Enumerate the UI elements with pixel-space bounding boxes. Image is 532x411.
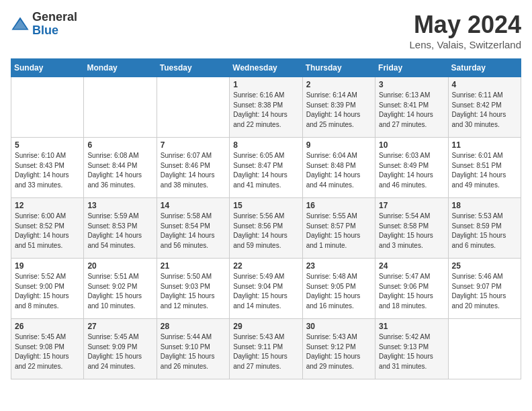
day-info: Sunrise: 5:46 AM Sunset: 9:07 PM Dayligh… [452, 272, 517, 311]
day-cell: 10Sunrise: 6:03 AM Sunset: 8:49 PM Dayli… [375, 138, 448, 198]
day-cell: 27Sunrise: 5:45 AM Sunset: 9:09 PM Dayli… [84, 319, 157, 379]
day-cell: 19Sunrise: 5:52 AM Sunset: 9:00 PM Dayli… [11, 259, 84, 319]
day-cell: 24Sunrise: 5:47 AM Sunset: 9:06 PM Dayli… [375, 259, 448, 319]
day-number: 28 [161, 322, 226, 331]
day-number: 13 [87, 201, 152, 210]
week-row-3: 12Sunrise: 6:00 AM Sunset: 8:52 PM Dayli… [11, 198, 521, 259]
day-info: Sunrise: 6:10 AM Sunset: 8:43 PM Dayligh… [15, 151, 80, 190]
day-info: Sunrise: 5:51 AM Sunset: 9:02 PM Dayligh… [87, 272, 152, 311]
day-number: 16 [306, 201, 371, 210]
day-cell [11, 77, 84, 138]
day-number: 6 [87, 140, 152, 150]
day-info: Sunrise: 6:00 AM Sunset: 8:52 PM Dayligh… [15, 212, 80, 250]
logo: General Blue [11, 11, 77, 38]
day-number: 21 [161, 261, 226, 271]
day-info: Sunrise: 5:47 AM Sunset: 9:06 PM Dayligh… [379, 272, 444, 311]
day-number: 27 [87, 322, 152, 331]
day-number: 10 [379, 140, 444, 150]
day-info: Sunrise: 6:08 AM Sunset: 8:44 PM Dayligh… [87, 151, 152, 190]
day-info: Sunrise: 5:52 AM Sunset: 9:00 PM Dayligh… [15, 272, 80, 311]
day-info: Sunrise: 5:56 AM Sunset: 8:56 PM Dayligh… [233, 212, 298, 250]
logo-icon [11, 15, 30, 34]
day-info: Sunrise: 5:43 AM Sunset: 9:12 PM Dayligh… [306, 332, 371, 371]
day-cell: 20Sunrise: 5:51 AM Sunset: 9:02 PM Dayli… [84, 259, 157, 319]
day-info: Sunrise: 5:42 AM Sunset: 9:13 PM Dayligh… [379, 332, 444, 371]
week-row-2: 5Sunrise: 6:10 AM Sunset: 8:43 PM Daylig… [11, 138, 521, 198]
day-number: 30 [306, 322, 371, 331]
day-cell: 14Sunrise: 5:58 AM Sunset: 8:54 PM Dayli… [157, 198, 229, 259]
day-info: Sunrise: 5:50 AM Sunset: 9:03 PM Dayligh… [161, 272, 226, 311]
day-cell [157, 77, 229, 138]
day-cell: 16Sunrise: 5:55 AM Sunset: 8:57 PM Dayli… [302, 198, 375, 259]
day-number: 7 [161, 140, 226, 150]
header-wednesday: Wednesday [230, 59, 302, 77]
week-row-1: 1Sunrise: 6:16 AM Sunset: 8:38 PM Daylig… [11, 77, 521, 138]
day-info: Sunrise: 5:45 AM Sunset: 9:08 PM Dayligh… [15, 332, 80, 371]
day-info: Sunrise: 6:13 AM Sunset: 8:41 PM Dayligh… [379, 91, 444, 130]
day-info: Sunrise: 6:16 AM Sunset: 8:38 PM Dayligh… [233, 91, 298, 130]
day-info: Sunrise: 5:55 AM Sunset: 8:57 PM Dayligh… [306, 212, 371, 250]
day-cell: 5Sunrise: 6:10 AM Sunset: 8:43 PM Daylig… [11, 138, 84, 198]
day-info: Sunrise: 6:11 AM Sunset: 8:42 PM Dayligh… [452, 91, 517, 130]
day-info: Sunrise: 6:05 AM Sunset: 8:47 PM Dayligh… [233, 151, 298, 190]
day-cell: 8Sunrise: 6:05 AM Sunset: 8:47 PM Daylig… [230, 138, 302, 198]
header-monday: Monday [84, 59, 157, 77]
header-sunday: Sunday [11, 59, 84, 77]
day-number: 5 [15, 140, 80, 150]
logo-blue: Blue [32, 24, 77, 38]
day-cell [84, 77, 157, 138]
day-cell: 29Sunrise: 5:43 AM Sunset: 9:11 PM Dayli… [230, 319, 302, 379]
day-number: 26 [15, 322, 80, 331]
day-cell: 13Sunrise: 5:59 AM Sunset: 8:53 PM Dayli… [84, 198, 157, 259]
day-number: 29 [233, 322, 298, 331]
logo-general: General [32, 11, 77, 24]
day-info: Sunrise: 5:45 AM Sunset: 9:09 PM Dayligh… [87, 332, 152, 371]
day-info: Sunrise: 6:04 AM Sunset: 8:48 PM Dayligh… [306, 151, 371, 190]
day-info: Sunrise: 6:07 AM Sunset: 8:46 PM Dayligh… [161, 151, 226, 190]
title-block: May 2024 Lens, Valais, Switzerland [410, 11, 521, 50]
day-number: 12 [15, 201, 80, 210]
day-info: Sunrise: 5:49 AM Sunset: 9:04 PM Dayligh… [233, 272, 298, 311]
day-number: 15 [233, 201, 298, 210]
day-info: Sunrise: 5:53 AM Sunset: 8:59 PM Dayligh… [452, 212, 517, 250]
day-cell: 1Sunrise: 6:16 AM Sunset: 8:38 PM Daylig… [230, 77, 302, 138]
day-cell: 2Sunrise: 6:14 AM Sunset: 8:39 PM Daylig… [302, 77, 375, 138]
calendar-table: SundayMondayTuesdayWednesdayThursdayFrid… [11, 58, 521, 379]
location: Lens, Valais, Switzerland [410, 39, 521, 50]
day-number: 1 [233, 80, 298, 89]
day-cell: 26Sunrise: 5:45 AM Sunset: 9:08 PM Dayli… [11, 319, 84, 379]
day-number: 31 [379, 322, 444, 331]
day-cell: 22Sunrise: 5:49 AM Sunset: 9:04 PM Dayli… [230, 259, 302, 319]
day-cell: 18Sunrise: 5:53 AM Sunset: 8:59 PM Dayli… [448, 198, 521, 259]
day-number: 2 [306, 80, 371, 89]
day-cell: 30Sunrise: 5:43 AM Sunset: 9:12 PM Dayli… [302, 319, 375, 379]
week-row-5: 26Sunrise: 5:45 AM Sunset: 9:08 PM Dayli… [11, 319, 521, 379]
day-number: 17 [379, 201, 444, 210]
page-header: General Blue May 2024 Lens, Valais, Swit… [11, 11, 521, 50]
day-cell: 31Sunrise: 5:42 AM Sunset: 9:13 PM Dayli… [375, 319, 448, 379]
day-number: 14 [161, 201, 226, 210]
day-cell: 11Sunrise: 6:01 AM Sunset: 8:51 PM Dayli… [448, 138, 521, 198]
day-number: 23 [306, 261, 371, 271]
week-row-4: 19Sunrise: 5:52 AM Sunset: 9:00 PM Dayli… [11, 259, 521, 319]
day-cell: 28Sunrise: 5:44 AM Sunset: 9:10 PM Dayli… [157, 319, 229, 379]
day-number: 22 [233, 261, 298, 271]
day-number: 8 [233, 140, 298, 150]
day-info: Sunrise: 6:14 AM Sunset: 8:39 PM Dayligh… [306, 91, 371, 130]
day-cell: 3Sunrise: 6:13 AM Sunset: 8:41 PM Daylig… [375, 77, 448, 138]
day-cell: 4Sunrise: 6:11 AM Sunset: 8:42 PM Daylig… [448, 77, 521, 138]
day-number: 4 [452, 80, 517, 89]
day-info: Sunrise: 5:48 AM Sunset: 9:05 PM Dayligh… [306, 272, 371, 311]
logo-text: General Blue [32, 11, 77, 38]
day-number: 9 [306, 140, 371, 150]
day-cell: 6Sunrise: 6:08 AM Sunset: 8:44 PM Daylig… [84, 138, 157, 198]
header-thursday: Thursday [302, 59, 375, 77]
header-saturday: Saturday [448, 59, 521, 77]
day-cell: 7Sunrise: 6:07 AM Sunset: 8:46 PM Daylig… [157, 138, 229, 198]
day-info: Sunrise: 5:54 AM Sunset: 8:58 PM Dayligh… [379, 212, 444, 250]
month-title: May 2024 [410, 11, 521, 39]
day-cell: 23Sunrise: 5:48 AM Sunset: 9:05 PM Dayli… [302, 259, 375, 319]
day-number: 11 [452, 140, 517, 150]
day-cell: 15Sunrise: 5:56 AM Sunset: 8:56 PM Dayli… [230, 198, 302, 259]
day-cell [448, 319, 521, 379]
